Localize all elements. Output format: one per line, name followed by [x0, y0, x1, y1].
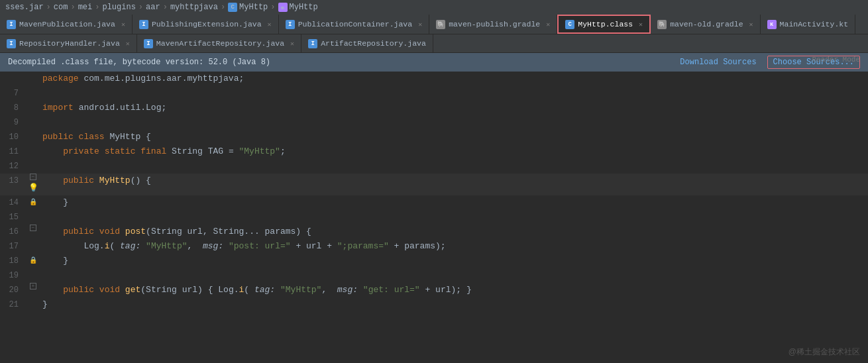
line-content: [40, 210, 868, 225]
tab-label: maven-publish.gradle: [449, 20, 540, 28]
lock-icon: 🔒: [29, 195, 37, 210]
line-content: import android.util.Log;: [40, 101, 868, 115]
line-number: 10: [0, 130, 27, 144]
class-icon: C: [565, 20, 574, 29]
code-line: 8 import android.util.Log;: [0, 101, 868, 115]
download-sources-button[interactable]: Download Sources: [680, 58, 756, 67]
java-icon: I: [139, 20, 148, 29]
line-content: [40, 115, 868, 130]
code-line: 11 private static final String TAG = "My…: [0, 144, 868, 159]
java-icon: I: [286, 20, 295, 29]
line-number: 15: [0, 210, 27, 225]
line-content: private static final String TAG = "MyHtt…: [40, 144, 868, 159]
close-icon[interactable]: ✕: [121, 21, 125, 28]
line-gutter: − 💡: [27, 174, 40, 195]
breadcrumb-item[interactable]: com: [54, 3, 68, 12]
java-icon: I: [7, 39, 16, 48]
line-number: 20: [0, 283, 27, 297]
watermark: @稀土掘金技术社区: [788, 346, 860, 358]
tab-publishing-extension[interactable]: I PublishingExtension.java ✕: [133, 15, 279, 34]
breadcrumb-item[interactable]: myhttpjava: [170, 3, 218, 12]
code-line: 20 + public void get(String url) { Log.i…: [0, 283, 868, 297]
code-line: 14 🔒 }: [0, 195, 868, 210]
line-number: 14: [0, 195, 27, 210]
close-icon[interactable]: ✕: [749, 21, 753, 28]
tab-label: RepositoryHandler.java: [19, 39, 120, 48]
line-content: Log.i( tag: "MyHttp", msg: "post: url=" …: [40, 239, 868, 254]
code-line: 9: [0, 115, 868, 130]
tab-row-1: I MavenPublication.java ✕ I PublishingEx…: [0, 15, 868, 34]
breadcrumb-bar: sses.jar › com › mei › plugins › aar › m…: [0, 0, 868, 15]
line-number: 21: [0, 297, 27, 312]
line-number: 16: [0, 225, 27, 239]
gradle-icon: 🐘: [657, 20, 667, 29]
tab-label: MavenArtifactRepository.java: [156, 39, 284, 48]
line-number: 7: [0, 86, 27, 101]
line-number: 17: [0, 239, 27, 254]
close-icon[interactable]: ✕: [639, 21, 643, 28]
line-gutter: +: [27, 283, 40, 289]
breadcrumb-item[interactable]: mei: [78, 3, 93, 12]
info-bar: Decompiled .class file, bytecode version…: [0, 53, 868, 72]
fold-icon[interactable]: −: [30, 174, 36, 180]
tab-label: ArtifactRepository.java: [321, 39, 426, 48]
line-number: 19: [0, 268, 27, 283]
close-icon[interactable]: ✕: [290, 40, 294, 48]
line-number: 8: [0, 101, 27, 115]
line-content: public void get(String url) { Log.i( tag…: [40, 283, 868, 297]
tab-artifact-repository[interactable]: I ArtifactRepository.java: [301, 34, 433, 52]
breadcrumb-item[interactable]: plugins: [102, 3, 135, 12]
tab-label: MainActivity.kt: [780, 20, 849, 28]
line-number: 18: [0, 254, 27, 268]
tab-publication-container[interactable]: I PublicationContainer.java ✕: [279, 15, 430, 34]
fold-icon[interactable]: −: [30, 225, 36, 231]
java-icon: I: [144, 39, 153, 48]
line-content: [40, 159, 868, 174]
line-content: package com.mei.plugins.aar.myhttpjava;: [40, 72, 868, 86]
close-icon[interactable]: ✕: [126, 40, 130, 48]
code-line: 16 − public void post(String url, String…: [0, 225, 868, 239]
breadcrumb-item[interactable]: sses.jar: [5, 3, 44, 12]
lock-icon: 🔒: [29, 254, 37, 268]
tab-maven-artifact-repo[interactable]: I MavenArtifactRepository.java ✕: [137, 34, 301, 52]
tab-main-activity[interactable]: K MainActivity.kt: [761, 15, 856, 34]
line-content: [40, 86, 868, 101]
gradle-icon: 🐘: [436, 20, 445, 29]
java-icon: I: [7, 20, 16, 29]
code-line: 15: [0, 210, 868, 225]
reader-mode-label[interactable]: Reader Mode: [812, 56, 860, 64]
bulb-icon[interactable]: 💡: [28, 181, 38, 195]
breadcrumb-item[interactable]: C MyHttp: [228, 3, 268, 12]
close-icon[interactable]: ✕: [268, 21, 272, 28]
code-line: 21 }: [0, 297, 868, 312]
line-number: 9: [0, 115, 27, 130]
line-content: public class MyHttp {: [40, 130, 868, 144]
expand-icon[interactable]: +: [30, 283, 36, 289]
code-line: 19: [0, 268, 868, 283]
tab-maven-publication[interactable]: I MavenPublication.java ✕: [0, 15, 133, 34]
tab-maven-publish-gradle[interactable]: 🐘 maven-publish.gradle ✕: [429, 15, 557, 34]
code-line: package com.mei.plugins.aar.myhttpjava;: [0, 72, 868, 86]
tab-label: MyHttp.class: [578, 20, 633, 28]
code-line: 10 public class MyHttp {: [0, 130, 868, 144]
tab-myhttp-class[interactable]: C MyHttp.class ✕: [557, 15, 651, 34]
line-number: 13: [0, 174, 27, 188]
line-gutter: −: [27, 225, 40, 231]
breadcrumb-item[interactable]: aar: [146, 3, 160, 12]
tab-maven-old-gradle[interactable]: 🐘 maven-old.gradle ✕: [651, 15, 760, 34]
close-icon[interactable]: ✕: [418, 21, 422, 28]
code-area: package com.mei.plugins.aar.myhttpjava; …: [0, 72, 868, 363]
line-number: 11: [0, 144, 27, 159]
code-line: 13 − 💡 public MyHttp() {: [0, 174, 868, 195]
code-line: 17 Log.i( tag: "MyHttp", msg: "post: url…: [0, 239, 868, 254]
tab-label: PublicationContainer.java: [298, 20, 413, 28]
line-content: }: [40, 254, 868, 268]
tab-label: PublishingExtension.java: [152, 20, 262, 28]
close-icon[interactable]: ✕: [546, 21, 550, 28]
line-content: [40, 268, 868, 283]
code-line: 7: [0, 86, 868, 101]
tab-repository-handler[interactable]: I RepositoryHandler.java ✕: [0, 34, 137, 52]
breadcrumb-item[interactable]: m MyHttp: [278, 3, 318, 12]
line-number: 12: [0, 159, 27, 174]
line-gutter: 🔒: [27, 254, 40, 268]
